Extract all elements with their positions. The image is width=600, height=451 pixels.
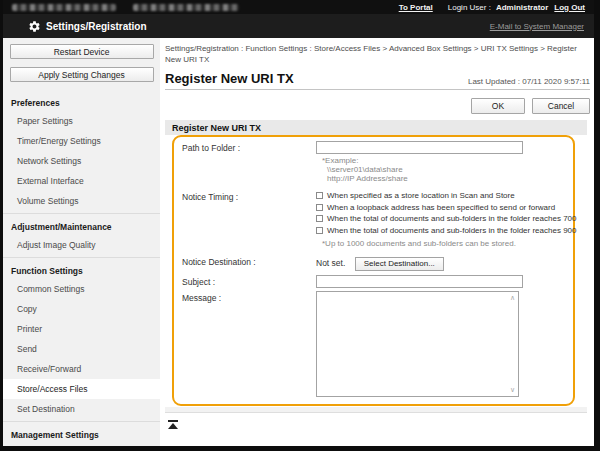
select-destination-button[interactable]: Select Destination... [355,257,444,271]
scroll-down-icon[interactable]: ∨ [510,386,515,394]
top-bar: To Portal Login User : Administrator Log… [3,0,594,14]
back-to-top-icon[interactable] [168,420,178,429]
email-to-system-manager-link[interactable]: E-Mail to System Manager [490,22,584,31]
notice-option-2-label: When a loopback address has been specifi… [327,203,555,212]
path-example: *Example: \\server01\data\share http://I… [322,157,565,184]
notice-option-3-checkbox[interactable] [316,215,323,222]
apply-setting-changes-button[interactable]: Apply Setting Changes [10,67,154,82]
gear-icon [28,20,41,33]
path-to-folder-row: Path to Folder : *Example: \\server01\da… [174,141,573,184]
sidebar-section-function-settings: Function Settings Common Settings Copy P… [3,257,160,419]
message-textarea[interactable]: ∧ ∨ [316,291,519,397]
message-label: Message : [182,291,316,397]
notice-option-3-label: When the total of documents and sub-fold… [327,214,576,223]
sidebar-item-set-destination[interactable]: Set Destination [3,399,160,419]
sidebar-section-preferences: Preferences Paper Settings Timer/Energy … [3,90,160,211]
last-updated: Last Updated : 07/11 2020 9:57:11 [468,77,590,86]
notice-timing-row: Notice Timing : When specified as a stor… [174,190,573,248]
sidebar-item-receive-forward[interactable]: Receive/Forward [3,359,160,379]
section-header: Register New URI TX [165,120,587,135]
sidebar-header-preferences: Preferences [3,90,160,111]
notice-option-4-checkbox[interactable] [316,227,323,234]
content-footer-strip [165,407,587,413]
to-portal-link[interactable]: To Portal [399,3,433,12]
sidebar-item-paper-settings[interactable]: Paper Settings [3,111,160,131]
sidebar-item-volume-settings[interactable]: Volume Settings [3,191,160,211]
title-divider [165,89,590,90]
device-model-redacted [133,4,239,11]
login-user-label: Login User : [448,3,491,12]
subject-input[interactable] [316,275,523,288]
subject-row: Subject : [174,275,573,288]
cancel-button[interactable]: Cancel [532,98,590,114]
scroll-up-icon[interactable]: ∧ [510,294,515,302]
page-title: Register New URI TX [165,71,294,86]
notice-destination-label: Notice Destination : [182,255,316,271]
sidebar-item-copy[interactable]: Copy [3,299,160,319]
restart-device-button[interactable]: Restart Device [10,44,154,59]
message-row: Message : ∧ ∨ [174,291,573,397]
breadcrumb: Settings/Registration : Function Setting… [165,44,591,66]
sidebar-header-management-settings: Management Settings [3,422,160,443]
sidebar-item-external-interface[interactable]: External Interface [3,171,160,191]
sidebar-item-network-settings[interactable]: Network Settings [3,151,160,171]
sidebar-section-management-settings: Management Settings User Management Devi… [3,421,160,446]
main-content: Settings/Registration : Function Setting… [160,38,594,446]
sidebar-item-user-management[interactable]: User Management [3,443,160,446]
login-user-value: Administrator [496,3,548,12]
device-name-redacted [12,4,116,11]
sidebar: Restart Device Apply Setting Changes Pre… [3,38,160,446]
notice-option-4-label: When the total of documents and sub-fold… [327,226,576,235]
sidebar-item-send[interactable]: Send [3,339,160,359]
sidebar-item-printer[interactable]: Printer [3,319,160,339]
notice-timing-label: Notice Timing : [182,190,316,248]
path-to-folder-input[interactable] [316,141,523,154]
notice-note: *Up to 1000 documents and sub-folders ca… [322,239,576,248]
ok-button[interactable]: OK [471,98,525,114]
sidebar-item-adjust-image-quality[interactable]: Adjust Image Quality [3,235,160,255]
app-title: Settings/Registration [46,21,490,32]
notice-destination-value: Not set. [316,255,345,268]
sidebar-item-common-settings[interactable]: Common Settings [3,279,160,299]
browser-page: To Portal Login User : Administrator Log… [0,0,600,451]
register-form: Path to Folder : *Example: \\server01\da… [172,135,575,406]
subject-label: Subject : [182,275,316,288]
path-to-folder-label: Path to Folder : [182,141,316,184]
sidebar-section-adjustment-maintenance: Adjustment/Maintenance Adjust Image Qual… [3,213,160,255]
log-out-link[interactable]: Log Out [554,3,585,12]
notice-option-2-checkbox[interactable] [316,204,323,211]
sidebar-header-function-settings: Function Settings [3,258,160,279]
sidebar-header-adjustment-maintenance: Adjustment/Maintenance [3,214,160,235]
notice-option-1-checkbox[interactable] [316,192,323,199]
sidebar-item-store-access-files[interactable]: Store/Access Files [3,379,160,399]
sidebar-item-timer-energy-settings[interactable]: Timer/Energy Settings [3,131,160,151]
notice-destination-row: Notice Destination : Not set. Select Des… [174,255,573,271]
app-bar: Settings/Registration E-Mail to System M… [3,14,594,38]
notice-option-1-label: When specified as a store location in Sc… [327,191,515,200]
